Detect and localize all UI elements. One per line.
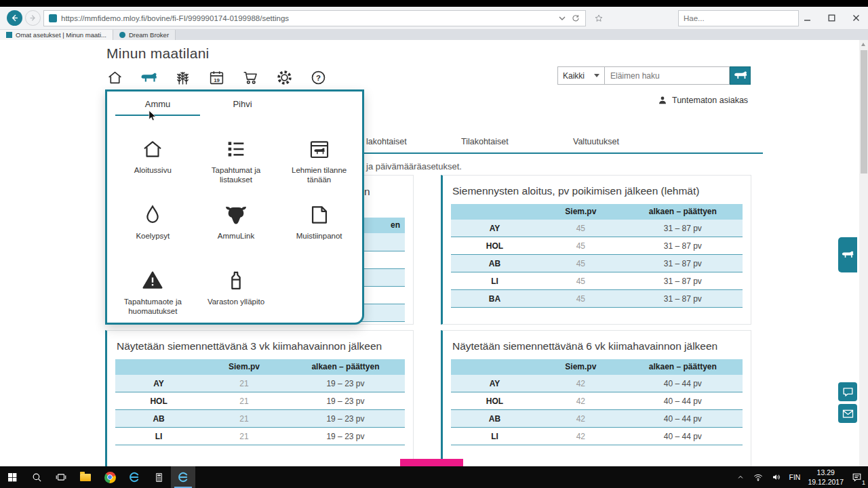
address-bar[interactable] bbox=[43, 10, 586, 26]
animal-search-button[interactable] bbox=[730, 66, 751, 85]
card-title: Siemennysten aloitus, pv poikimisen jälk… bbox=[452, 184, 722, 198]
nav-calendar[interactable]: 19 bbox=[208, 68, 226, 87]
table-row: AB4240 – 44 pv bbox=[451, 410, 743, 428]
settings-tab-valtuutukset[interactable]: Valtuutukset bbox=[573, 137, 619, 146]
table-row: LI4531 – 87 pv bbox=[451, 272, 743, 290]
browser-search-box[interactable] bbox=[678, 10, 799, 26]
favorites-button[interactable] bbox=[594, 14, 604, 26]
column-header: Siem.pv bbox=[538, 204, 623, 220]
edge-button[interactable] bbox=[122, 466, 146, 488]
table-row: AY4531 – 87 pv bbox=[451, 220, 743, 237]
nav-help[interactable]: ? bbox=[309, 68, 328, 87]
network-icon[interactable] bbox=[753, 472, 764, 483]
windows-taskbar: FIN 13.29 19.12.2017 1 bbox=[0, 466, 868, 488]
settings-tab-tilakohtaiset[interactable]: Tilakohtaiset bbox=[461, 137, 509, 146]
menu-item-tapahtumaote[interactable]: Tapahtumaote ja huomautukset bbox=[111, 262, 195, 317]
canister-icon bbox=[224, 269, 248, 292]
page-scrollbar[interactable] bbox=[859, 40, 868, 466]
mail-button[interactable] bbox=[838, 404, 857, 423]
taskbar-clock[interactable]: 13.29 19.12.2017 bbox=[808, 468, 844, 487]
menu-item-tapahtumat[interactable]: Tapahtumat ja listaukset bbox=[195, 131, 278, 186]
mail-icon bbox=[842, 407, 854, 420]
back-button[interactable] bbox=[7, 10, 22, 26]
cow-icon bbox=[733, 70, 748, 81]
table-row: BA4531 – 87 pv bbox=[451, 290, 743, 308]
chrome-button[interactable] bbox=[98, 466, 122, 488]
caret-down-icon[interactable] bbox=[559, 16, 566, 20]
animal-search-input[interactable] bbox=[605, 66, 730, 85]
current-user[interactable]: Tuntematon asiakas bbox=[657, 95, 748, 106]
menu-item-ammulink[interactable]: AmmuLink bbox=[195, 197, 278, 251]
close-button[interactable] bbox=[844, 7, 868, 29]
url-input[interactable] bbox=[61, 14, 555, 22]
caret-down-icon bbox=[594, 74, 599, 77]
forward-button[interactable] bbox=[25, 10, 41, 26]
menu-tab-pihvi[interactable]: Pihvi bbox=[200, 92, 285, 116]
chat-button[interactable] bbox=[838, 382, 857, 401]
help-icon: ? bbox=[310, 69, 327, 86]
table-row: HOL2119 – 23 pv bbox=[115, 392, 405, 410]
browser-tab-bar: Omat asetukset | Minun maati... Dream Br… bbox=[0, 30, 868, 40]
home-icon bbox=[106, 69, 123, 86]
maximize-button[interactable] bbox=[819, 7, 844, 29]
nav-settings[interactable] bbox=[275, 68, 294, 87]
nav-crops[interactable] bbox=[174, 68, 192, 87]
list-icon bbox=[224, 138, 248, 161]
chevron-up-icon[interactable] bbox=[736, 472, 745, 482]
refresh-icon[interactable] bbox=[571, 14, 580, 23]
minimize-button[interactable] bbox=[795, 7, 819, 29]
file-explorer-button[interactable] bbox=[73, 466, 98, 488]
quick-animal-button[interactable] bbox=[838, 237, 857, 272]
cow-icon bbox=[841, 250, 854, 260]
cow-calendar-icon bbox=[308, 138, 331, 161]
calculator-icon bbox=[153, 472, 165, 483]
settings-description: ja päivämääräasetukset. bbox=[366, 161, 462, 171]
calculator-button[interactable] bbox=[146, 466, 171, 488]
menu-item-koelypsyt[interactable]: Koelypsyt bbox=[111, 197, 195, 251]
action-center-button[interactable]: 1 bbox=[851, 472, 863, 483]
card-title: Näytetään siemennettävänä 3 vk kiimahava… bbox=[117, 340, 387, 353]
browser-tab-settings[interactable]: Omat asetukset | Minun maati... bbox=[0, 30, 113, 40]
task-view-button[interactable] bbox=[49, 466, 73, 488]
letterbox-top bbox=[0, 0, 868, 7]
table-row: AB4531 – 87 pv bbox=[451, 255, 743, 272]
windows-logo-icon bbox=[7, 472, 18, 483]
column-header: alkaen – päättyen bbox=[286, 359, 405, 375]
scrollbar-thumb[interactable] bbox=[861, 50, 867, 174]
settings-tab-fragment[interactable]: lakohtaiset bbox=[366, 137, 407, 146]
menu-item-aloitussivu[interactable]: Aloitussivu bbox=[111, 131, 195, 186]
menu-item-varasto[interactable]: Varaston ylläpito bbox=[195, 262, 278, 317]
volume-icon[interactable] bbox=[771, 472, 782, 483]
taskbar-search-button[interactable] bbox=[24, 466, 49, 488]
table-row: LI4240 – 44 pv bbox=[451, 428, 743, 445]
animal-filter-select[interactable]: Kaikki bbox=[557, 66, 605, 85]
gear-icon bbox=[276, 69, 293, 86]
menu-grid: Aloitussivu Tapahtumat ja listaukset Leh… bbox=[111, 131, 361, 317]
screen: Omat asetukset | Minun maati... Dream Br… bbox=[0, 0, 868, 488]
start-button[interactable] bbox=[0, 466, 24, 488]
ie-button-active[interactable] bbox=[171, 466, 195, 488]
table-row: AY4240 – 44 pv bbox=[451, 375, 743, 392]
tab-label: Dream Broker bbox=[129, 31, 169, 39]
animal-filter-value: Kaikki bbox=[563, 71, 585, 81]
table-row: LI2119 – 23 pv bbox=[115, 428, 405, 445]
menu-item-lehmien-tilanne[interactable]: Lehmien tilanne tänään bbox=[277, 131, 361, 186]
action-center-icon bbox=[851, 472, 863, 483]
animal-search-group: Kaikki bbox=[557, 66, 751, 85]
language-indicator[interactable]: FIN bbox=[789, 473, 801, 481]
menu-tab-ammu[interactable]: Ammu bbox=[115, 92, 200, 116]
scroll-up-icon[interactable] bbox=[861, 43, 865, 46]
browser-tab-dreambroker[interactable]: Dream Broker bbox=[113, 30, 176, 40]
table-row: AB2119 – 23 pv bbox=[115, 410, 405, 428]
taskbar-apps bbox=[0, 466, 195, 488]
nav-home[interactable] bbox=[106, 68, 124, 87]
settings-card-show-3vk: Näytetään siemennettävänä 3 vk kiimahava… bbox=[105, 330, 414, 466]
browser-search-input[interactable] bbox=[684, 14, 788, 22]
nav-ammu-cow[interactable] bbox=[140, 68, 158, 87]
cow-head-icon bbox=[224, 203, 248, 226]
system-tray: FIN 13.29 19.12.2017 1 bbox=[736, 468, 868, 487]
nav-shop[interactable] bbox=[241, 68, 260, 87]
tab-favicon-icon bbox=[119, 32, 125, 38]
menu-item-muistiinpanot[interactable]: Muistiinpanot bbox=[277, 197, 361, 251]
settings-card-show-6vk: Näytetään siemennettävänä 6 vk kiimahava… bbox=[441, 330, 751, 466]
